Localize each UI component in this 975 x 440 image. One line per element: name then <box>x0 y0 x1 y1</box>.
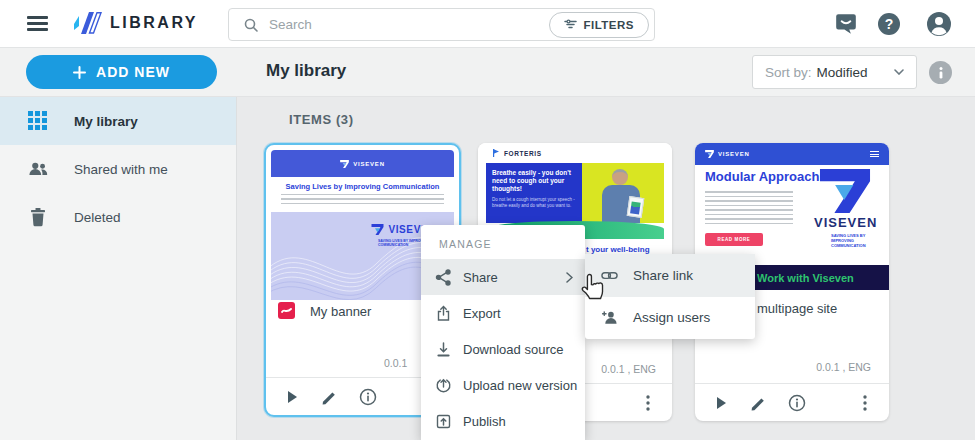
sidebar-item-shared-with-me[interactable]: Shared with me <box>0 145 236 193</box>
menu-item-download-source[interactable]: Download source <box>421 331 585 367</box>
publish-icon <box>435 413 452 430</box>
info-circle-icon[interactable] <box>358 387 378 407</box>
menu-item-label: Publish <box>463 414 506 429</box>
add-new-button[interactable]: ADD NEW <box>26 55 217 89</box>
menu-item-label: Export <box>463 306 501 321</box>
people-icon <box>28 159 48 179</box>
filters-label: FILTERS <box>583 19 634 31</box>
help-icon[interactable]: ? <box>877 12 901 36</box>
play-icon[interactable] <box>711 393 731 413</box>
banner-headline: Breathe easily - you don't need to cough… <box>492 169 576 193</box>
menu-item-label: Download source <box>463 342 563 357</box>
viseven-tagline: SAVING LIVES BY IMPROVING COMMUNICATION <box>831 233 879 248</box>
sort-dropdown[interactable]: Sort by: Modified <box>752 55 917 89</box>
thumb-paragraph-placeholder <box>281 194 444 207</box>
thumb-title-fragment: t your well-being <box>586 245 650 254</box>
trash-icon <box>28 207 48 227</box>
sidebar-item-label: Shared with me <box>74 162 168 177</box>
viseven-mark-icon <box>371 224 384 235</box>
thumb-paragraph-placeholder <box>705 191 793 227</box>
link-icon <box>601 267 618 284</box>
thumb-brand-label: VISEVEN <box>353 161 385 167</box>
viseven-mark-icon <box>817 169 873 213</box>
plus-icon <box>73 66 86 79</box>
read-more-button: READ MORE <box>705 233 763 246</box>
menu-item-upload-new-version[interactable]: Upload new version <box>421 367 585 403</box>
upload-icon <box>435 377 452 394</box>
info-circle-icon[interactable] <box>787 393 807 413</box>
sidebar-item-my-library[interactable]: My library <box>0 97 236 145</box>
forteris-mark-icon <box>492 149 500 157</box>
banner-photo <box>582 163 664 223</box>
photo-person <box>612 169 628 185</box>
sort-selected-value: Modified <box>817 65 894 80</box>
edit-icon[interactable] <box>749 393 769 413</box>
search-icon <box>243 17 259 33</box>
thumb-brand-label: VISEVEN <box>718 151 750 157</box>
chevron-down-icon <box>894 69 904 75</box>
assign-users-icon <box>601 309 618 326</box>
viseven-logo-text: VISEVEN <box>814 215 877 230</box>
menu-item-publish[interactable]: Publish <box>421 403 585 439</box>
photo-product-box <box>627 196 645 218</box>
sidebar-item-label: Deleted <box>74 210 121 225</box>
submenu-chevron-icon <box>566 272 573 283</box>
submenu-item-share-link[interactable]: Share link <box>585 254 755 297</box>
page-title: My library <box>266 61 346 81</box>
app-header: LIBRARY Search FILTERS ? <box>0 0 975 48</box>
items-count-label: ITEMS (3) <box>289 112 354 127</box>
share-submenu: Share link Assign users <box>585 254 755 339</box>
thumb-headline-section: Saving Lives by Improving Communication <box>271 177 454 212</box>
banner-text-box: Breathe easily - you don't need to cough… <box>486 163 582 223</box>
submenu-item-label: Share link <box>633 268 693 283</box>
viseven-mark-icon <box>340 160 349 168</box>
page-toolbar: ADD NEW My library Sort by: Modified <box>0 48 975 97</box>
thumb-footer-text: Work with Viseven <box>757 272 854 284</box>
manage-context-menu: MANAGE Share Export <box>421 225 585 440</box>
thumb-banner: Breathe easily - you don't need to cough… <box>486 163 664 223</box>
card-version: 0.0.1 , ENG <box>601 363 656 375</box>
search-input[interactable]: Search <box>269 17 549 32</box>
thumb-hamburger-icon <box>870 151 879 158</box>
card-title[interactable]: multipage site <box>757 301 837 316</box>
card-version: 0.0.1 , ENG <box>816 361 871 373</box>
info-icon[interactable] <box>929 61 952 84</box>
thumb-header-bar: VISEVEN <box>271 150 454 177</box>
card-title[interactable]: My banner <box>310 304 371 319</box>
chat-icon[interactable] <box>834 12 858 36</box>
edit-icon[interactable] <box>320 387 340 407</box>
app-logo: LIBRARY <box>72 10 198 36</box>
thumb-headline: Saving Lives by Improving Communication <box>271 182 454 191</box>
hamburger-menu-icon[interactable] <box>27 16 48 31</box>
app-title: LIBRARY <box>110 14 198 32</box>
banner-type-badge <box>278 302 295 319</box>
menu-item-share[interactable]: Share <box>421 259 585 295</box>
search-bar[interactable]: Search FILTERS <box>228 8 655 41</box>
kebab-menu-icon[interactable] <box>638 393 658 413</box>
grid-icon <box>28 111 48 131</box>
sidebar: My library Shared with me D <box>0 97 237 440</box>
card-action-bar <box>695 383 889 421</box>
menu-item-label: Share <box>463 270 498 285</box>
menu-item-export[interactable]: Export <box>421 295 585 331</box>
help-glyph: ? <box>885 16 894 32</box>
viseven-mark-icon <box>705 150 714 158</box>
play-icon[interactable] <box>282 387 302 407</box>
share-icon <box>435 269 452 286</box>
banner-subtext: Do not let a cough interrupt your speech… <box>492 197 576 208</box>
logo-mark-icon <box>72 10 102 36</box>
thumb-header-bar: VISEVEN <box>695 143 889 165</box>
sidebar-item-deleted[interactable]: Deleted <box>0 193 236 241</box>
filters-button[interactable]: FILTERS <box>549 12 649 38</box>
kebab-menu-icon[interactable] <box>855 393 875 413</box>
filter-icon <box>564 19 577 30</box>
thumb-brand-label: FORTERIS <box>504 150 542 157</box>
card-version: 0.0.1 <box>384 357 407 369</box>
context-menu-header: MANAGE <box>421 225 585 259</box>
profile-icon[interactable] <box>926 11 952 37</box>
add-new-label: ADD NEW <box>96 64 170 80</box>
sidebar-item-label: My library <box>74 114 138 129</box>
thumb-headline: Modular Approach <box>705 169 819 184</box>
submenu-item-assign-users[interactable]: Assign users <box>585 297 755 340</box>
thumb-header-bar: FORTERIS <box>478 143 672 163</box>
